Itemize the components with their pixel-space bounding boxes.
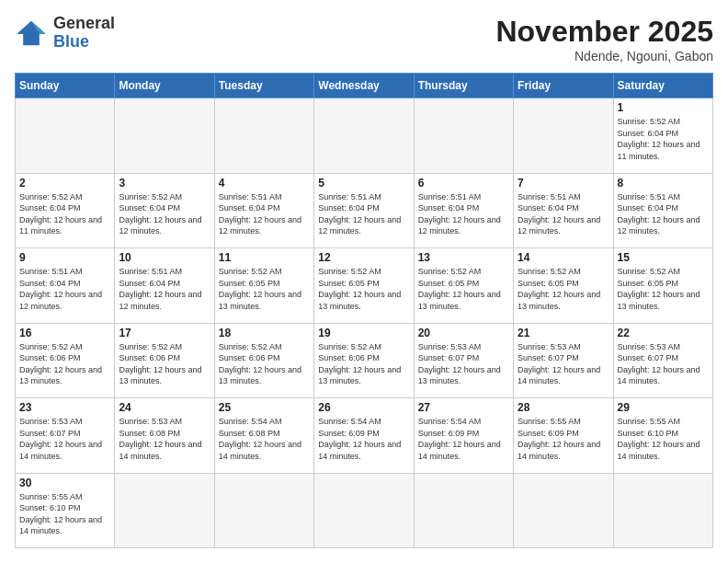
cell-day-3: 3 Sunrise: 5:52 AMSunset: 6:04 PMDayligh… xyxy=(115,173,214,248)
cell-day-14: 14 Sunrise: 5:52 AMSunset: 6:05 PMDaylig… xyxy=(514,248,613,324)
cell-day-28: 28 Sunrise: 5:55 AMSunset: 6:09 PMDaylig… xyxy=(514,398,613,474)
cell-day-2: 2 Sunrise: 5:52 AMSunset: 6:04 PMDayligh… xyxy=(16,173,115,248)
cell-day-21: 21 Sunrise: 5:53 AMSunset: 6:07 PMDaylig… xyxy=(514,323,613,398)
header-saturday: Saturday xyxy=(613,74,712,98)
logo-icon xyxy=(15,19,48,47)
cell-empty xyxy=(214,473,313,548)
weekday-header-row: Sunday Monday Tuesday Wednesday Thursday… xyxy=(16,74,713,98)
cell-day-4: 4 Sunrise: 5:51 AMSunset: 6:04 PMDayligh… xyxy=(214,173,313,248)
title-area: November 2025 Ndende, Ngouni, Gabon xyxy=(495,15,713,63)
cell-day-19: 19 Sunrise: 5:52 AMSunset: 6:06 PMDaylig… xyxy=(314,323,414,398)
header-monday: Monday xyxy=(115,74,214,98)
cell-day-8: 8 Sunrise: 5:51 AMSunset: 6:04 PMDayligh… xyxy=(613,173,712,248)
cell-day-16: 16 Sunrise: 5:52 AMSunset: 6:06 PMDaylig… xyxy=(16,323,115,398)
cell-empty xyxy=(115,473,214,548)
cell-day-10: 10 Sunrise: 5:51 AMSunset: 6:04 PMDaylig… xyxy=(115,248,214,324)
header-tuesday: Tuesday xyxy=(214,74,313,98)
month-title: November 2025 xyxy=(495,15,713,49)
page: General Blue November 2025 Ndende, Ngoun… xyxy=(0,0,728,563)
cell-day-7: 7 Sunrise: 5:51 AMSunset: 6:04 PMDayligh… xyxy=(514,173,613,248)
header-wednesday: Wednesday xyxy=(314,74,414,98)
cell-day-13: 13 Sunrise: 5:52 AMSunset: 6:05 PMDaylig… xyxy=(414,248,513,324)
cell-empty xyxy=(613,473,712,548)
cell-empty xyxy=(115,98,214,174)
cell-day-25: 25 Sunrise: 5:54 AMSunset: 6:08 PMDaylig… xyxy=(214,398,313,474)
cell-empty xyxy=(514,473,613,548)
cell-day-12: 12 Sunrise: 5:52 AMSunset: 6:05 PMDaylig… xyxy=(314,248,414,324)
cell-day-27: 27 Sunrise: 5:54 AMSunset: 6:09 PMDaylig… xyxy=(414,398,513,474)
cell-empty xyxy=(514,98,613,174)
cell-empty xyxy=(314,473,414,548)
cell-day-20: 20 Sunrise: 5:53 AMSunset: 6:07 PMDaylig… xyxy=(414,323,513,398)
calendar-row-2: 2 Sunrise: 5:52 AMSunset: 6:04 PMDayligh… xyxy=(16,173,713,248)
cell-empty xyxy=(414,98,513,174)
cell-day-17: 17 Sunrise: 5:52 AMSunset: 6:06 PMDaylig… xyxy=(115,323,214,398)
header-friday: Friday xyxy=(514,74,613,98)
logo: General Blue xyxy=(15,15,115,52)
cell-empty xyxy=(414,473,513,548)
cell-day-22: 22 Sunrise: 5:53 AMSunset: 6:07 PMDaylig… xyxy=(613,323,712,398)
header: General Blue November 2025 Ndende, Ngoun… xyxy=(15,15,713,63)
cell-day-23: 23 Sunrise: 5:53 AMSunset: 6:07 PMDaylig… xyxy=(16,398,115,474)
cell-day-9: 9 Sunrise: 5:51 AMSunset: 6:04 PMDayligh… xyxy=(16,248,115,324)
calendar-row-4: 16 Sunrise: 5:52 AMSunset: 6:06 PMDaylig… xyxy=(16,323,713,398)
logo-text: General Blue xyxy=(53,15,115,52)
cell-day-30: 30 Sunrise: 5:55 AMSunset: 6:10 PMDaylig… xyxy=(16,473,115,548)
cell-day-29: 29 Sunrise: 5:55 AMSunset: 6:10 PMDaylig… xyxy=(613,398,712,474)
calendar-row-6: 30 Sunrise: 5:55 AMSunset: 6:10 PMDaylig… xyxy=(16,473,713,548)
cell-day-11: 11 Sunrise: 5:52 AMSunset: 6:05 PMDaylig… xyxy=(214,248,313,324)
cell-day-6: 6 Sunrise: 5:51 AMSunset: 6:04 PMDayligh… xyxy=(414,173,513,248)
header-sunday: Sunday xyxy=(16,74,115,98)
calendar: Sunday Monday Tuesday Wednesday Thursday… xyxy=(15,73,713,548)
calendar-row-1: 1 Sunrise: 5:52 AMSunset: 6:04 PMDayligh… xyxy=(16,98,713,174)
cell-day-26: 26 Sunrise: 5:54 AMSunset: 6:09 PMDaylig… xyxy=(314,398,414,474)
cell-day-15: 15 Sunrise: 5:52 AMSunset: 6:05 PMDaylig… xyxy=(613,248,712,324)
cell-day-5: 5 Sunrise: 5:51 AMSunset: 6:04 PMDayligh… xyxy=(314,173,414,248)
calendar-row-3: 9 Sunrise: 5:51 AMSunset: 6:04 PMDayligh… xyxy=(16,248,713,324)
calendar-row-5: 23 Sunrise: 5:53 AMSunset: 6:07 PMDaylig… xyxy=(16,398,713,474)
cell-empty xyxy=(16,98,115,174)
cell-empty xyxy=(314,98,414,174)
cell-day-1: 1 Sunrise: 5:52 AMSunset: 6:04 PMDayligh… xyxy=(613,98,712,174)
header-thursday: Thursday xyxy=(414,74,513,98)
location: Ndende, Ngouni, Gabon xyxy=(495,49,713,63)
cell-empty xyxy=(214,98,313,174)
cell-day-24: 24 Sunrise: 5:53 AMSunset: 6:08 PMDaylig… xyxy=(115,398,214,474)
cell-day-18: 18 Sunrise: 5:52 AMSunset: 6:06 PMDaylig… xyxy=(214,323,313,398)
